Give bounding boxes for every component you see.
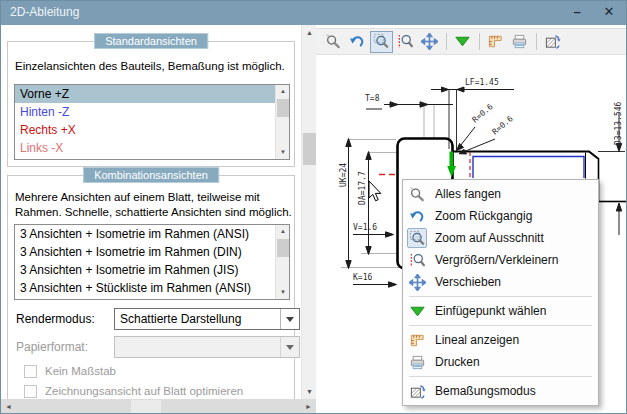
options-pane: Standardansichten Einzelansichten des Ba… — [1, 25, 301, 399]
menu-item-label: Einfügepunkt wählen — [435, 304, 546, 318]
menu-item-alles-fangen[interactable]: Alles fangen — [403, 183, 598, 205]
toolbar-button-zoom-all[interactable] — [322, 31, 345, 53]
papierformat-combobox — [114, 336, 300, 358]
menu-item-vergroessern-verkleinern[interactable]: Vergrößern/Verkleinern — [403, 249, 598, 271]
chevron-down-icon — [280, 337, 299, 357]
options-pane-hscrollbar: ◄ ► — [1, 399, 316, 414]
menu-item-bemassungsmodus[interactable]: Bemaßungsmodus — [403, 380, 598, 402]
menu-item-lineal-anzeigen[interactable]: Lineal anzeigen — [403, 329, 598, 351]
zoom-inout-icon — [407, 250, 427, 270]
pan-icon — [407, 272, 427, 292]
scroll-thumb[interactable] — [303, 133, 316, 165]
toolbar-button-ruler[interactable] — [484, 31, 507, 53]
menu-item-zoom-rueckgaengig[interactable]: Zoom Rückgangig — [403, 205, 598, 227]
toolbar-button-zoom-undo[interactable] — [346, 31, 369, 53]
zoom-undo-icon — [349, 33, 366, 50]
context-menu: Alles fangenZoom RückgangigZoom auf Auss… — [402, 179, 599, 406]
scroll-up-icon[interactable]: ▲ — [302, 25, 317, 40]
menu-item-label: Lineal anzeigen — [435, 333, 519, 347]
toolbar-separator — [446, 33, 447, 50]
chevron-down-icon[interactable] — [280, 309, 299, 329]
menu-item-label: Verschieben — [435, 275, 501, 289]
dialog-2d-ableitung: 2D-Ableitung – ✕ Standardansichten Einze… — [0, 0, 627, 414]
rendermodus-value: Schattierte Darstellung — [120, 312, 241, 326]
menu-item-label: Zoom auf Ausschnitt — [435, 231, 544, 245]
zoom-all-icon — [407, 184, 427, 204]
checkbox-label: Zeichnungsansicht auf Blatt optimieren — [45, 385, 243, 397]
dim-label-r1: R=0.6 — [471, 102, 495, 124]
combination-item-3[interactable]: 3 Ansichten + Stückliste im Rahmen (ANSI… — [15, 279, 275, 297]
toolbar-button-zoom-window[interactable] — [370, 31, 393, 53]
combination-item-1[interactable]: 3 Ansichten + Isometrie im Rahmen (DIN) — [15, 243, 275, 261]
standard-views-list: Vorne +ZHinten -ZRechts +XLinks -X ▲ ▼ — [14, 84, 290, 160]
toolbar-button-print[interactable] — [508, 31, 531, 53]
checkbox-label: Kein Maßstab — [45, 365, 116, 377]
scroll-thumb[interactable] — [131, 400, 161, 414]
dim-label-t: T=8 — [365, 94, 380, 103]
insert-point-icon — [454, 33, 471, 50]
menu-item-label: Zoom Rückgangig — [435, 209, 532, 223]
window-title: 2D-Ableitung — [10, 5, 79, 19]
combination-item-2[interactable]: 3 Ansichten + Isometrie im Rahmen (JIS) — [15, 261, 275, 279]
scroll-down-icon[interactable]: ▼ — [276, 286, 290, 299]
options-pane-vscrollbar: ▲ ▼ — [301, 25, 316, 399]
standard-views-scrollbar: ▲ ▼ — [275, 85, 289, 159]
group-kombinationsansichten-title: Kombinationsansichten — [83, 167, 219, 183]
pan-icon — [421, 33, 438, 50]
menu-separator — [409, 296, 592, 297]
combination-views-scrollbar: ▲ ▼ — [275, 225, 289, 299]
scroll-left-icon[interactable]: ◄ — [1, 399, 16, 414]
toolbar-button-dimension-mode[interactable] — [541, 31, 564, 53]
group-kombinationsansichten: Kombinationsansichten Mehrere Ansichten … — [7, 175, 295, 405]
scroll-thumb[interactable] — [277, 239, 289, 257]
rendermodus-combobox[interactable]: Schattierte Darstellung — [114, 308, 300, 330]
menu-item-drucken[interactable]: Drucken — [403, 351, 598, 373]
toolbar-button-zoom-in-out[interactable] — [394, 31, 417, 53]
zoom-window-icon — [407, 228, 427, 248]
kombinationsansichten-description: Mehrere Ansichten auf einem Blatt, teilw… — [15, 190, 293, 220]
scroll-down-icon[interactable]: ▼ — [302, 384, 317, 399]
menu-item-einfuegepunkt-waehlen[interactable]: Einfügepunkt wählen — [403, 300, 598, 322]
menu-separator — [409, 325, 592, 326]
zoom-window-icon — [373, 33, 390, 50]
combination-item-0[interactable]: 3 Ansichten + Isometrie im Rahmen (ANSI) — [15, 225, 275, 243]
dim-label-lf: LF=1.45 — [465, 78, 499, 87]
scroll-thumb[interactable] — [277, 99, 289, 117]
ruler-icon — [407, 330, 427, 350]
rendermodus-label: Rendermodus: — [16, 312, 95, 326]
combination-views-list: 3 Ansichten + Isometrie im Rahmen (ANSI)… — [14, 224, 290, 300]
menu-separator — [409, 376, 592, 377]
menu-item-label: Bemaßungsmodus — [435, 384, 536, 398]
dimension-mode-icon — [544, 33, 561, 50]
insert-point-icon — [407, 301, 427, 321]
close-button[interactable]: ✕ — [594, 1, 624, 25]
dim-label-k: K=16 — [353, 273, 372, 282]
scroll-down-icon[interactable]: ▼ — [276, 146, 290, 159]
toolbar-button-pan[interactable] — [418, 31, 441, 53]
zoom-inout-icon — [397, 33, 414, 50]
view-item-2[interactable]: Rechts +X — [15, 121, 275, 139]
menu-item-label: Drucken — [435, 355, 480, 369]
toolbar-separator — [536, 33, 537, 50]
menu-item-zoom-auf-ausschnitt[interactable]: Zoom auf Ausschnitt — [403, 227, 598, 249]
menu-item-verschieben[interactable]: Verschieben — [403, 271, 598, 293]
scroll-up-icon[interactable]: ▲ — [276, 225, 290, 238]
checkbox-icon — [24, 365, 37, 378]
ruler-icon — [487, 33, 504, 50]
group-standardansichten: Standardansichten Einzelansichten des Ba… — [7, 41, 295, 167]
view-item-3[interactable]: Links -X — [15, 139, 275, 157]
zoom-all-icon — [325, 33, 342, 50]
titlebar[interactable]: 2D-Ableitung – ✕ — [1, 1, 627, 25]
toolbar-button-insert-point[interactable] — [451, 31, 474, 53]
scroll-right-icon[interactable]: ► — [301, 399, 316, 414]
view-item-0[interactable]: Vorne +Z — [15, 85, 275, 103]
scroll-up-icon[interactable]: ▲ — [276, 85, 290, 98]
view-item-1[interactable]: Hinten -Z — [15, 103, 275, 121]
toolbar-separator — [479, 33, 480, 50]
preview-toolbar — [316, 28, 627, 55]
minimize-button[interactable]: – — [562, 1, 592, 25]
dim-label-uk: UK=24 — [339, 163, 348, 187]
checkbox-icon — [24, 385, 37, 398]
menu-item-label: Alles fangen — [435, 187, 501, 201]
print-icon — [511, 33, 528, 50]
